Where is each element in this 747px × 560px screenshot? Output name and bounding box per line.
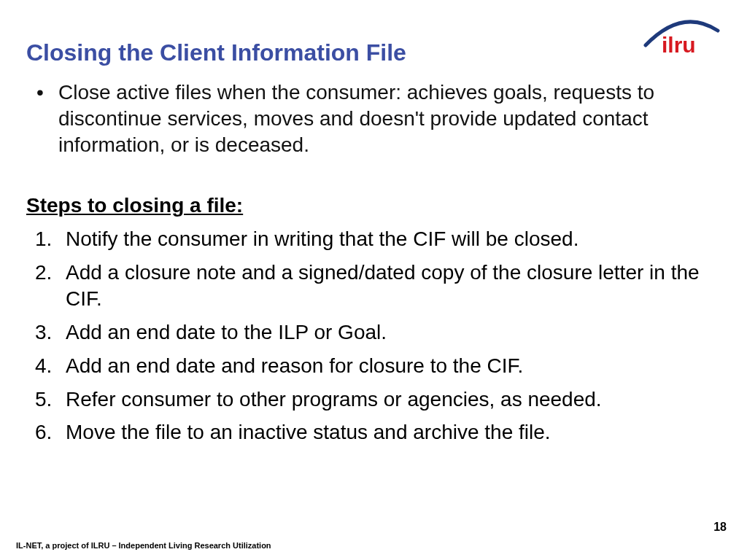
step-item: Add an end date and reason for closure t… xyxy=(26,353,721,379)
intro-bullet-item: Close active files when the consumer: ac… xyxy=(26,79,721,158)
step-item: Move the file to an inactive status and … xyxy=(26,419,721,446)
slide: ilru Closing the Client Information File… xyxy=(0,0,747,560)
intro-bullet-list: Close active files when the consumer: ac… xyxy=(26,79,721,158)
step-item: Add a closure note and a signed/dated co… xyxy=(26,260,721,312)
steps-list: Notify the consumer in writing that the … xyxy=(26,226,721,446)
page-number: 18 xyxy=(713,521,727,534)
footer-text: IL-NET, a project of ILRU – Independent … xyxy=(16,541,271,550)
logo-ilru: ilru xyxy=(642,16,722,60)
steps-heading: Steps to closing a file: xyxy=(26,194,721,217)
logo-text: ilru xyxy=(662,33,696,57)
spacer xyxy=(26,158,721,194)
step-item: Notify the consumer in writing that the … xyxy=(26,226,721,252)
step-item: Refer consumer to other programs or agen… xyxy=(26,386,721,413)
step-item: Add an end date to the ILP or Goal. xyxy=(26,319,721,346)
slide-title: Closing the Client Information File xyxy=(26,39,721,66)
